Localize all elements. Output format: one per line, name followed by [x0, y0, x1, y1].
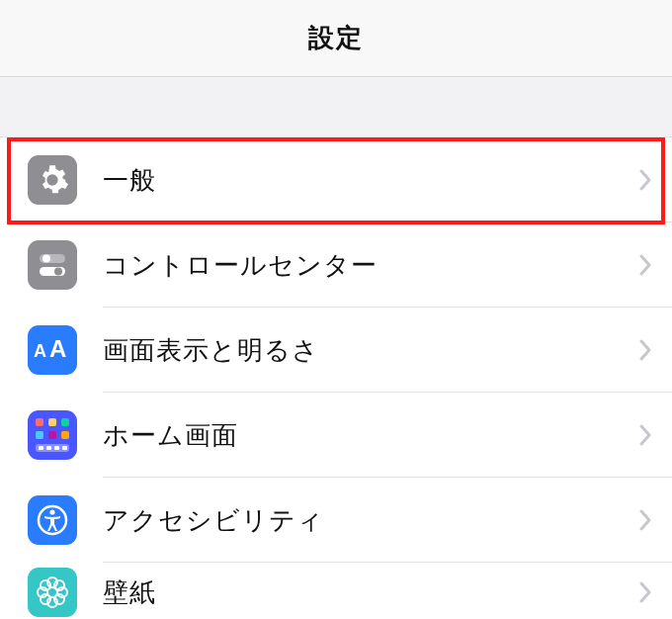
chevron-right-icon [638, 168, 652, 192]
row-accessibility[interactable]: アクセシビリティ [0, 478, 672, 563]
svg-rect-7 [48, 418, 56, 426]
svg-rect-9 [36, 431, 43, 439]
chevron-right-icon [638, 580, 652, 604]
header-spacer [0, 77, 672, 136]
row-label: アクセシビリティ [77, 503, 638, 538]
row-home-screen[interactable]: ホーム画面 [0, 393, 672, 478]
row-control-center[interactable]: コントロールセンター [0, 222, 672, 308]
row-label: 画面表示と明るさ [77, 333, 638, 368]
gear-icon [28, 155, 77, 205]
svg-rect-15 [54, 446, 59, 450]
wallpaper-icon [28, 568, 77, 617]
svg-rect-10 [48, 431, 56, 439]
svg-rect-8 [61, 418, 69, 426]
svg-rect-16 [62, 446, 67, 450]
svg-text:A: A [49, 335, 66, 362]
chevron-right-icon [638, 253, 652, 277]
svg-rect-6 [36, 418, 43, 426]
row-label: ホーム画面 [77, 418, 638, 453]
row-label: 一般 [77, 163, 638, 198]
chevron-right-icon [638, 508, 652, 532]
accessibility-icon [28, 495, 77, 545]
chevron-right-icon [638, 338, 652, 362]
chevron-right-icon [638, 423, 652, 447]
svg-rect-11 [61, 431, 69, 439]
row-label: 壁紙 [77, 575, 638, 610]
svg-point-3 [54, 268, 62, 276]
row-display-brightness[interactable]: A A 画面表示と明るさ [0, 308, 672, 393]
control-center-icon [28, 240, 77, 290]
svg-rect-13 [39, 446, 43, 450]
page-title: 設定 [308, 21, 364, 55]
svg-text:A: A [34, 341, 46, 361]
settings-header: 設定 [0, 0, 672, 77]
svg-rect-14 [46, 446, 51, 450]
settings-list: 一般 コントロールセンター A A 画面表示と明るさ [0, 136, 672, 619]
home-screen-icon [28, 410, 77, 460]
svg-point-18 [49, 509, 54, 514]
row-label: コントロールセンター [77, 248, 638, 283]
row-wallpaper[interactable]: 壁紙 [0, 563, 672, 619]
row-general[interactable]: 一般 [0, 137, 672, 222]
svg-point-1 [42, 255, 50, 263]
display-brightness-icon: A A [28, 325, 77, 375]
